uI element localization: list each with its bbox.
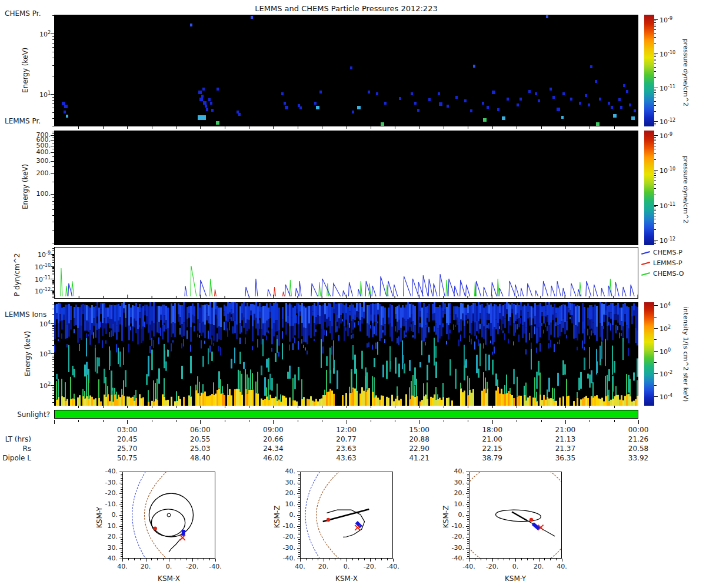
orbit-y-minor-tick (121, 487, 122, 487)
orbit-y-minor-tick (121, 524, 122, 524)
orbit-x-tick-label: -20. (358, 563, 382, 571)
p4-minor-tick (52, 356, 54, 356)
row-label-lt: LT (hrs) (0, 435, 31, 443)
orbit-y-major-tick (466, 526, 469, 527)
cb-minor-tick (654, 55, 656, 55)
orbit-y-minor-tick (298, 511, 300, 512)
orbit-y-minor-tick (121, 517, 122, 518)
pressure-spike (466, 285, 470, 296)
cb-minor-tick (654, 101, 656, 102)
orbit3-xlabel: KSM-Y (469, 574, 562, 583)
p1-hour-tick (395, 126, 395, 129)
p3-ylabel: P dyn/cm^2 (13, 253, 21, 296)
orbit-y-major-tick (297, 515, 300, 516)
orbit-y-minor-tick (121, 539, 122, 540)
pressure-spike (185, 286, 187, 296)
cb-major-tick (654, 351, 658, 352)
pressure-line-plot (54, 247, 638, 299)
cb-tick-label: 10-9 (660, 131, 685, 141)
orbit-y-minor-tick (121, 556, 122, 557)
orbit-y-minor-tick (121, 509, 122, 509)
orbit-y-minor-tick (467, 541, 469, 542)
p3-minor-tick (52, 287, 54, 288)
p4-hour-tick (200, 406, 201, 408)
chems-data-point (428, 98, 431, 101)
cb-minor-tick (654, 362, 657, 363)
p1-hour-tick (200, 126, 201, 129)
pressure-spike (476, 281, 481, 296)
time-row-value: 20.55 (176, 435, 224, 443)
p3-minor-tick (52, 280, 54, 280)
orbit-x-major-tick (215, 559, 216, 562)
p1-hour-tick (78, 126, 79, 129)
chems-data-point (470, 109, 472, 112)
pressure-spike (601, 288, 605, 296)
orbit-x-minor-tick (475, 559, 475, 560)
legend-item-chems-p: CHEMS-P (641, 249, 682, 258)
chems-data-point (198, 115, 206, 120)
orbit-y-minor-tick (298, 522, 300, 522)
orbit-x-tick-label: -40. (204, 563, 227, 571)
lemms-ions-spectrogram (54, 302, 638, 406)
time-row-value: 25.70 (104, 445, 151, 453)
chems-data-point (439, 102, 442, 106)
p3-minor-tick (52, 267, 54, 268)
time-row-value: 23.63 (323, 445, 370, 453)
orbit-x-tick-label: 40. (288, 563, 312, 571)
p1-hour-tick (322, 126, 322, 129)
chems-data-point (368, 91, 370, 93)
pressure-spike (448, 279, 455, 296)
cb-minor-tick (654, 77, 656, 78)
orbit-y-minor-tick (467, 533, 469, 533)
start-position-marker (327, 518, 330, 522)
chems-data-point (585, 94, 587, 97)
p2-major-tick (51, 135, 54, 136)
p3-minor-tick (52, 256, 54, 256)
time-row-value: 43.63 (323, 454, 370, 462)
legend-line-chems-p (641, 251, 650, 255)
p4-hour-tick (225, 406, 225, 408)
pressure-spike (394, 285, 398, 296)
orbit-y-tick-label: 20. (442, 489, 464, 497)
time-axis-tick (249, 420, 249, 422)
orbit-y-minor-tick (121, 511, 122, 512)
pressure-spike (491, 282, 497, 296)
orbit-x-minor-tick (533, 559, 534, 560)
orbit-y-major-tick (466, 493, 469, 494)
pressure-spike (255, 279, 258, 296)
pressure-spike (322, 279, 331, 296)
orbit-y-tick-label: 0. (95, 511, 118, 519)
cb-minor-tick (654, 89, 656, 89)
chems-data-point (497, 108, 499, 111)
p1-ylabel: Energy (keV) (21, 48, 29, 93)
p1-hour-tick (347, 126, 347, 129)
p3-minor-tick (52, 259, 54, 259)
p3-minor-tick (52, 262, 54, 263)
chems-data-point (198, 91, 202, 94)
chems-data-point (502, 116, 505, 120)
bowshock-curve (132, 472, 146, 559)
p4-hour-tick (541, 406, 542, 408)
time-row-value: 46.02 (249, 454, 297, 462)
row-label-rs: Rs (0, 445, 31, 453)
orbit-y-minor-tick (467, 502, 469, 503)
chems-data-point (284, 102, 286, 105)
orbit-y-minor-tick (467, 543, 469, 544)
cb-minor-tick (654, 26, 656, 27)
chems-data-point (623, 84, 625, 87)
time-row-value: 21.00 (469, 435, 516, 443)
orbit-x-minor-tick (556, 559, 557, 560)
p2-minor-tick (52, 197, 54, 198)
time-axis-tick (322, 420, 322, 422)
orbit-y-minor-tick (298, 506, 300, 507)
p4-hour-tick (273, 406, 274, 408)
chems-data-point (438, 92, 440, 95)
orbit-y-minor-tick (467, 480, 469, 481)
orbit-y-tick-label: -40. (273, 554, 295, 563)
orbit-x-major-tick (146, 559, 146, 562)
p2-minor-tick (52, 166, 54, 167)
chems-data-point (595, 80, 597, 83)
chems-data-point (384, 102, 387, 105)
p1-hour-tick (152, 126, 152, 129)
chems-data-point (590, 65, 592, 68)
